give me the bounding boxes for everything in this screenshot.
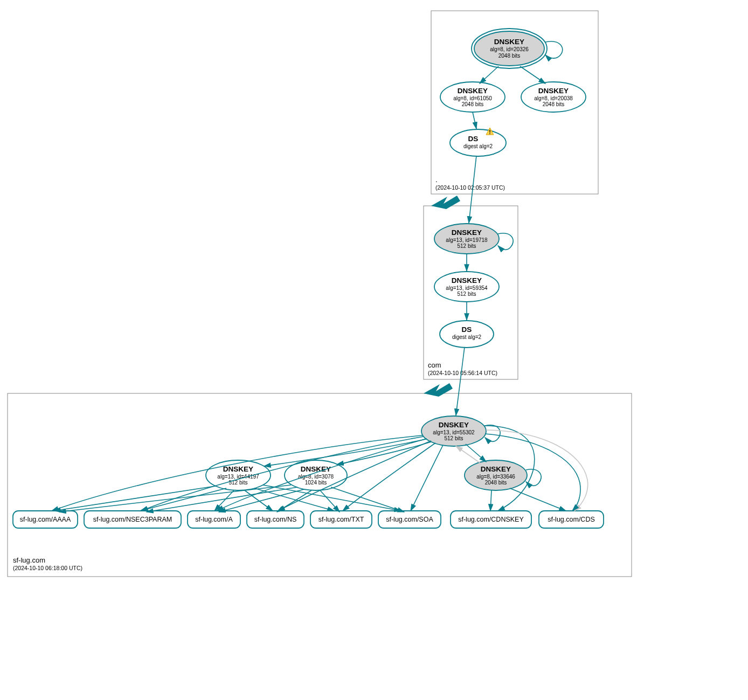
rr-ns: sf-lug.com/NS xyxy=(247,511,304,528)
node-com-ds: DS digest alg=2 xyxy=(440,321,494,348)
dnssec-graph: . (2024-10-10 02:05:37 UTC) com (2024-10… xyxy=(0,0,748,700)
edge-rootksk-zsk2 xyxy=(520,66,545,84)
zone-ts-root: (2024-10-10 02:05:37 UTC) xyxy=(435,184,505,191)
svg-text:alg=8, id=61050: alg=8, id=61050 xyxy=(453,95,492,101)
edge-comds-domksk xyxy=(456,347,465,415)
node-domain-zsk3: DNSKEY alg=8, id=33646 2048 bits xyxy=(465,460,527,490)
svg-text:alg=13, id=59354: alg=13, id=59354 xyxy=(446,285,488,291)
edge-rootzsk1-ds xyxy=(473,112,476,129)
svg-text:alg=13, id=44197: alg=13, id=44197 xyxy=(217,474,259,480)
edge-zsk3-cdnskey xyxy=(490,490,491,511)
svg-text:sf-lug.com/NS: sf-lug.com/NS xyxy=(254,516,297,523)
svg-text:!: ! xyxy=(489,129,491,135)
svg-point-13 xyxy=(450,129,506,156)
node-domain-ksk: DNSKEY alg=13, id=55302 512 bits xyxy=(421,416,486,446)
zone-label-com: com xyxy=(428,361,441,369)
svg-text:sf-lug.com/NSEC3PARAM: sf-lug.com/NSEC3PARAM xyxy=(93,516,172,523)
edge-zsk1-soa xyxy=(263,485,401,511)
edge-zsk1-aaaa xyxy=(54,486,216,511)
svg-text:alg=8, id=33646: alg=8, id=33646 xyxy=(476,474,515,480)
svg-text:DNSKEY: DNSKEY xyxy=(452,228,482,237)
delegation-arrow-com-domain xyxy=(424,383,453,398)
edge-comksk-selfsign xyxy=(498,233,513,250)
edge-zsk3-domksk xyxy=(456,446,481,463)
svg-text:sf-lug.com/TXT: sf-lug.com/TXT xyxy=(318,516,364,523)
svg-text:DNSKEY: DNSKEY xyxy=(458,87,488,95)
svg-text:512 bits: 512 bits xyxy=(228,480,247,486)
svg-text:2048 bits: 2048 bits xyxy=(485,480,507,486)
edge-rootksk-zsk1 xyxy=(480,66,498,84)
edge-zsk1-nsec3 xyxy=(140,488,226,511)
node-root-ds: DS digest alg=2 ! xyxy=(450,128,506,156)
svg-text:DNSKEY: DNSKEY xyxy=(494,38,524,46)
zone-label-domain: sf-lug.com xyxy=(13,556,45,564)
svg-text:512 bits: 512 bits xyxy=(457,243,476,249)
svg-text:DS: DS xyxy=(462,325,472,334)
svg-text:alg=13, id=19718: alg=13, id=19718 xyxy=(446,237,488,243)
svg-text:2048 bits: 2048 bits xyxy=(543,101,565,107)
node-com-ksk: DNSKEY alg=13, id=19718 512 bits xyxy=(434,224,499,254)
svg-text:sf-lug.com/AAAA: sf-lug.com/AAAA xyxy=(20,516,71,523)
rr-soa: sf-lug.com/SOA xyxy=(378,511,441,528)
svg-text:DNSKEY: DNSKEY xyxy=(538,87,569,95)
svg-text:512 bits: 512 bits xyxy=(444,435,463,441)
edge-domksk-zsk3 xyxy=(466,444,486,462)
rr-aaaa: sf-lug.com/AAAA xyxy=(13,511,78,528)
node-root-zsk2: DNSKEY alg=8, id=20038 2048 bits xyxy=(521,82,586,112)
node-root-ksk: DNSKEY alg=8, id=20326 2048 bits xyxy=(472,29,547,68)
node-root-zsk1: DNSKEY alg=8, id=61050 2048 bits xyxy=(440,82,505,112)
edge-domksk-selfsign xyxy=(485,425,500,442)
svg-text:DNSKEY: DNSKEY xyxy=(452,276,482,285)
svg-text:sf-lug.com/SOA: sf-lug.com/SOA xyxy=(386,516,433,523)
node-com-zsk: DNSKEY alg=13, id=59354 512 bits xyxy=(434,272,499,302)
edge-zsk3-cds xyxy=(510,488,566,511)
edge-zsk2-txt xyxy=(320,490,340,512)
rr-nsec3param: sf-lug.com/NSEC3PARAM xyxy=(84,511,181,528)
svg-text:sf-lug.com/CDS: sf-lug.com/CDS xyxy=(548,516,595,523)
svg-text:512 bits: 512 bits xyxy=(457,291,476,297)
edge-root-ksk-selfsign xyxy=(545,41,563,58)
svg-text:DS: DS xyxy=(468,135,479,143)
svg-text:sf-lug.com/A: sf-lug.com/A xyxy=(195,516,233,523)
svg-text:DNSKEY: DNSKEY xyxy=(223,465,253,473)
zone-ts-domain: (2024-10-10 06:18:00 UTC) xyxy=(13,565,82,571)
edge-domksk-soa xyxy=(411,445,443,511)
delegation-arrow-root-com xyxy=(431,196,460,211)
zone-label-root: . xyxy=(435,176,438,184)
rr-cdnskey: sf-lug.com/CDNSKEY xyxy=(451,511,531,528)
svg-text:2048 bits: 2048 bits xyxy=(498,53,521,59)
svg-text:DNSKEY: DNSKEY xyxy=(439,421,469,429)
svg-text:alg=13, id=55302: alg=13, id=55302 xyxy=(433,429,475,435)
zone-ts-com: (2024-10-10 05:56:14 UTC) xyxy=(428,370,497,376)
svg-text:alg=8, id=20038: alg=8, id=20038 xyxy=(534,95,573,101)
rr-a: sf-lug.com/A xyxy=(188,511,240,528)
svg-text:digest alg=2: digest alg=2 xyxy=(463,143,493,149)
svg-text:1024 bits: 1024 bits xyxy=(305,480,327,486)
svg-text:digest alg=2: digest alg=2 xyxy=(452,334,482,340)
svg-text:DNSKEY: DNSKEY xyxy=(481,465,511,473)
svg-text:sf-lug.com/CDNSKEY: sf-lug.com/CDNSKEY xyxy=(458,516,524,523)
svg-text:alg=8, id=20326: alg=8, id=20326 xyxy=(490,46,529,52)
rr-txt: sf-lug.com/TXT xyxy=(310,511,372,528)
svg-text:2048 bits: 2048 bits xyxy=(462,101,484,107)
rr-cds: sf-lug.com/CDS xyxy=(539,511,604,528)
